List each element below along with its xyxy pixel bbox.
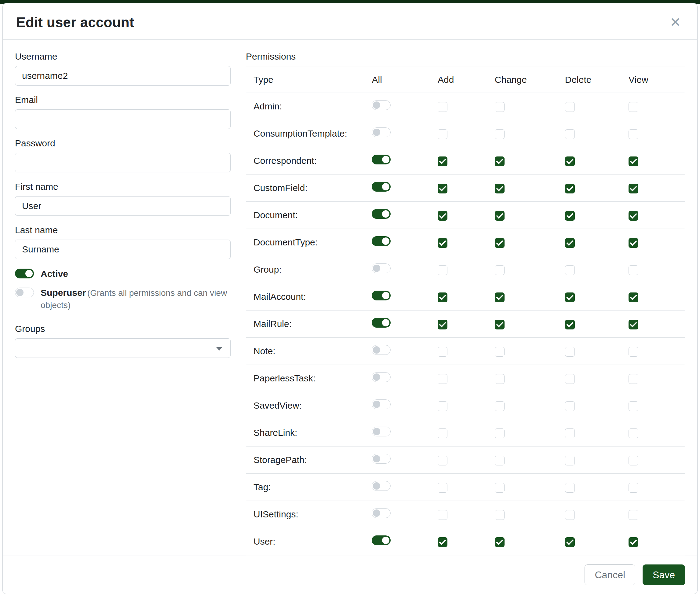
permission-all-toggle[interactable] (372, 263, 391, 273)
permission-delete-checkbox[interactable] (565, 211, 575, 221)
permission-add-checkbox[interactable] (438, 129, 447, 139)
last-name-label: Last name (15, 224, 231, 236)
permission-add-checkbox[interactable] (438, 102, 447, 112)
permission-add-checkbox[interactable] (438, 292, 447, 302)
permission-add-checkbox[interactable] (438, 537, 447, 547)
permission-add-checkbox[interactable] (438, 510, 447, 520)
permission-all-toggle[interactable] (372, 209, 391, 219)
permission-delete-checkbox[interactable] (565, 374, 575, 384)
permission-view-checkbox[interactable] (628, 211, 638, 221)
permission-view-checkbox[interactable] (628, 401, 638, 411)
permission-all-toggle[interactable] (372, 236, 391, 246)
permission-add-checkbox[interactable] (438, 347, 447, 357)
permission-change-checkbox[interactable] (495, 401, 504, 411)
permission-add-checkbox[interactable] (438, 157, 447, 166)
permission-all-toggle[interactable] (372, 154, 391, 164)
permission-change-checkbox[interactable] (495, 238, 504, 248)
permission-delete-checkbox[interactable] (565, 157, 575, 166)
permission-view-checkbox[interactable] (628, 157, 638, 166)
permission-delete-checkbox[interactable] (565, 456, 575, 465)
save-button[interactable]: Save (643, 565, 685, 585)
permission-all-toggle[interactable] (372, 427, 391, 436)
permission-delete-checkbox[interactable] (565, 265, 575, 275)
permission-view-checkbox[interactable] (628, 537, 638, 547)
groups-select[interactable] (15, 338, 231, 358)
permission-change-checkbox[interactable] (495, 211, 504, 221)
permission-change-checkbox[interactable] (495, 510, 504, 520)
permission-delete-checkbox[interactable] (565, 129, 575, 139)
permission-change-checkbox[interactable] (495, 456, 504, 465)
superuser-toggle[interactable] (15, 288, 34, 297)
column-header-type: Type (246, 67, 365, 93)
permission-all-toggle[interactable] (372, 100, 391, 110)
last-name-input[interactable] (15, 240, 231, 259)
close-button[interactable]: ✕ (667, 14, 684, 31)
permission-all-toggle[interactable] (372, 182, 391, 192)
permission-change-checkbox[interactable] (495, 157, 504, 166)
permission-all-toggle[interactable] (372, 481, 391, 491)
permission-delete-checkbox[interactable] (565, 292, 575, 302)
permission-add-checkbox[interactable] (438, 483, 447, 493)
first-name-input[interactable] (15, 196, 231, 216)
permission-view-checkbox[interactable] (628, 102, 638, 112)
permission-delete-checkbox[interactable] (565, 238, 575, 248)
permission-view-checkbox[interactable] (628, 292, 638, 302)
permission-change-checkbox[interactable] (495, 129, 504, 139)
permission-delete-checkbox[interactable] (565, 429, 575, 438)
permission-delete-checkbox[interactable] (565, 347, 575, 357)
active-toggle[interactable] (15, 269, 34, 279)
permission-change-checkbox[interactable] (495, 265, 504, 275)
permission-add-checkbox[interactable] (438, 211, 447, 221)
permission-all-toggle[interactable] (372, 454, 391, 463)
permission-change-checkbox[interactable] (495, 483, 504, 493)
permission-add-checkbox[interactable] (438, 456, 447, 465)
permission-add-checkbox[interactable] (438, 184, 447, 193)
permission-add-checkbox[interactable] (438, 238, 447, 248)
permission-add-checkbox[interactable] (438, 374, 447, 384)
permission-view-checkbox[interactable] (628, 483, 638, 493)
permission-change-checkbox[interactable] (495, 374, 504, 384)
permission-delete-checkbox[interactable] (565, 320, 575, 330)
permission-add-checkbox[interactable] (438, 429, 447, 438)
permission-view-checkbox[interactable] (628, 347, 638, 357)
permission-view-checkbox[interactable] (628, 320, 638, 330)
permission-all-toggle[interactable] (372, 508, 391, 518)
email-input[interactable] (15, 110, 231, 129)
permission-delete-checkbox[interactable] (565, 510, 575, 520)
cancel-button[interactable]: Cancel (584, 565, 635, 585)
permission-change-checkbox[interactable] (495, 102, 504, 112)
permission-all-toggle[interactable] (372, 318, 391, 328)
permission-row: ShareLink: (246, 419, 685, 447)
permission-add-checkbox[interactable] (438, 401, 447, 411)
permission-row: Admin: (246, 93, 685, 120)
permission-add-checkbox[interactable] (438, 320, 447, 330)
permission-view-checkbox[interactable] (628, 429, 638, 438)
permission-view-checkbox[interactable] (628, 184, 638, 193)
permission-add-checkbox[interactable] (438, 265, 447, 275)
permission-all-toggle[interactable] (372, 345, 391, 355)
username-input[interactable] (15, 66, 231, 86)
permission-change-checkbox[interactable] (495, 320, 504, 330)
permission-view-checkbox[interactable] (628, 510, 638, 520)
permission-all-toggle[interactable] (372, 400, 391, 409)
permission-change-checkbox[interactable] (495, 347, 504, 357)
permission-all-toggle[interactable] (372, 291, 391, 301)
permission-change-checkbox[interactable] (495, 292, 504, 302)
permission-all-toggle[interactable] (372, 535, 391, 545)
permission-change-checkbox[interactable] (495, 184, 504, 193)
permission-view-checkbox[interactable] (628, 238, 638, 248)
permission-change-checkbox[interactable] (495, 537, 504, 547)
permission-all-toggle[interactable] (372, 372, 391, 382)
permission-all-toggle[interactable] (372, 127, 391, 137)
permission-delete-checkbox[interactable] (565, 537, 575, 547)
permission-view-checkbox[interactable] (628, 374, 638, 384)
permission-delete-checkbox[interactable] (565, 483, 575, 493)
permission-delete-checkbox[interactable] (565, 102, 575, 112)
permission-view-checkbox[interactable] (628, 129, 638, 139)
permission-view-checkbox[interactable] (628, 265, 638, 275)
password-input[interactable] (15, 153, 231, 172)
permission-delete-checkbox[interactable] (565, 401, 575, 411)
permission-view-checkbox[interactable] (628, 456, 638, 465)
permission-delete-checkbox[interactable] (565, 184, 575, 193)
permission-change-checkbox[interactable] (495, 429, 504, 438)
